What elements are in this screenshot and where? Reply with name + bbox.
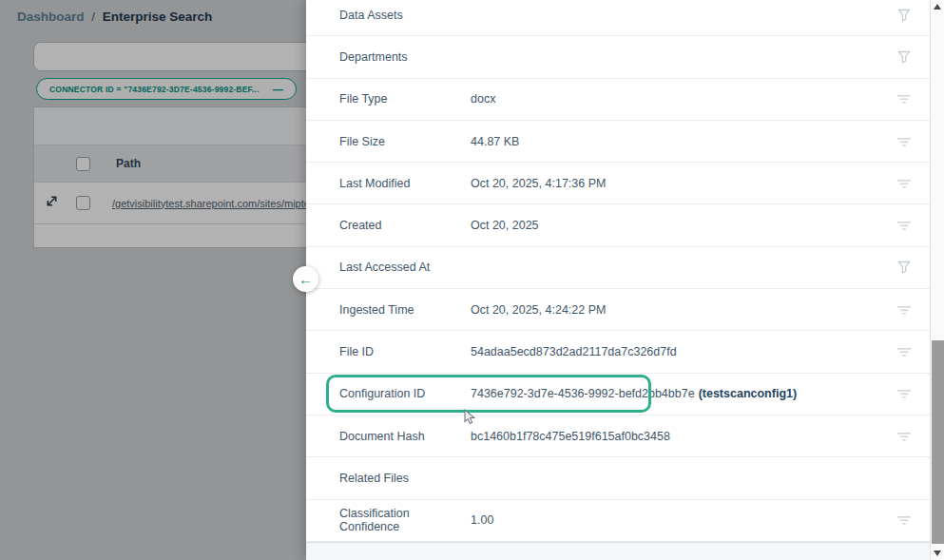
panel-footer — [306, 542, 930, 560]
detail-row: Departments — [306, 36, 930, 78]
funnel-icon[interactable] — [896, 50, 913, 64]
detail-row: Configuration ID 7436e792-3d7e-4536-9992… — [306, 374, 930, 415]
detail-value: docx — [471, 92, 896, 106]
scroll-down-icon[interactable] — [934, 550, 941, 556]
detail-label: Configuration ID — [339, 387, 471, 400]
detail-value: 1.00 — [471, 513, 896, 527]
detail-label: Last Accessed At — [339, 261, 471, 274]
detail-row: Created Oct 20, 2025 — [306, 204, 930, 246]
filter-lines-icon[interactable] — [896, 514, 913, 526]
detail-label: Ingested Time — [339, 303, 471, 317]
detail-value: 44.87 KB — [471, 135, 896, 148]
detail-label: Created — [339, 219, 471, 232]
funnel-icon[interactable] — [896, 9, 913, 22]
detail-value: 7436e792-3d7e-4536-9992-befd2bb4bb7e(tes… — [471, 387, 896, 400]
detail-value — [471, 9, 896, 22]
funnel-icon[interactable] — [896, 261, 913, 274]
detail-row: Classification Confidence 1.00 — [306, 500, 930, 542]
detail-row: Data Assets — [306, 0, 930, 36]
detail-label: Classification Confidence — [339, 507, 471, 533]
detail-value: Oct 20, 2025, 4:17:36 PM — [471, 177, 896, 190]
detail-value — [471, 50, 896, 64]
detail-value: 54adaa5ecd873d2ad2117da7c326d7fd — [471, 345, 896, 358]
detail-value: Oct 20, 2025 — [471, 219, 896, 232]
detail-row: Ingested Time Oct 20, 2025, 4:24:22 PM — [306, 289, 930, 331]
detail-label: Data Assets — [339, 9, 471, 22]
filter-lines-icon[interactable] — [896, 136, 913, 147]
detail-row: Document Hash bc1460b1f78c475e519f615af0… — [306, 415, 930, 457]
arrow-left-icon: ← — [299, 271, 313, 287]
filter-lines-icon[interactable] — [896, 388, 913, 399]
detail-label: Related Files — [339, 472, 471, 485]
detail-label: File ID — [339, 345, 471, 358]
detail-label: File Type — [339, 92, 471, 106]
scroll-up-icon[interactable] — [934, 4, 941, 10]
detail-row: File ID 54adaa5ecd873d2ad2117da7c326d7fd — [306, 331, 930, 373]
detail-value — [471, 472, 896, 485]
detail-label: Last Modified — [339, 177, 471, 190]
detail-value: Oct 20, 2025, 4:24:22 PM — [471, 303, 896, 317]
filter-lines-icon[interactable] — [896, 93, 913, 105]
detail-label: File Size — [339, 135, 471, 148]
collapse-panel-button[interactable]: ← — [293, 266, 318, 292]
filter-lines-icon[interactable] — [896, 346, 913, 357]
detail-row: Related Files — [306, 457, 930, 499]
detail-label: Departments — [339, 50, 471, 64]
detail-rows: Data Assets Departments File Type docx F… — [306, 0, 930, 542]
file-details-panel: ← Data Assets Departments File Type docx… — [306, 0, 930, 560]
filter-lines-icon[interactable] — [896, 304, 913, 316]
app-screen: Dashboard / Enterprise Search CONNECTOR … — [0, 0, 944, 560]
detail-row: File Type docx — [306, 79, 930, 121]
filter-lines-icon[interactable] — [896, 431, 913, 442]
filter-lines-icon[interactable] — [896, 178, 913, 189]
detail-value — [471, 261, 896, 274]
detail-row: File Size 44.87 KB — [306, 121, 930, 163]
vertical-scrollbar[interactable] — [930, 0, 944, 560]
detail-row: Last Modified Oct 20, 2025, 4:17:36 PM — [306, 163, 930, 204]
filter-lines-icon[interactable] — [896, 220, 913, 231]
scrollbar-thumb[interactable] — [932, 340, 944, 544]
detail-label: Document Hash — [339, 430, 471, 443]
detail-value: bc1460b1f78c475e519f615af0bc3458 — [471, 430, 896, 443]
detail-row: Last Accessed At — [306, 247, 930, 289]
